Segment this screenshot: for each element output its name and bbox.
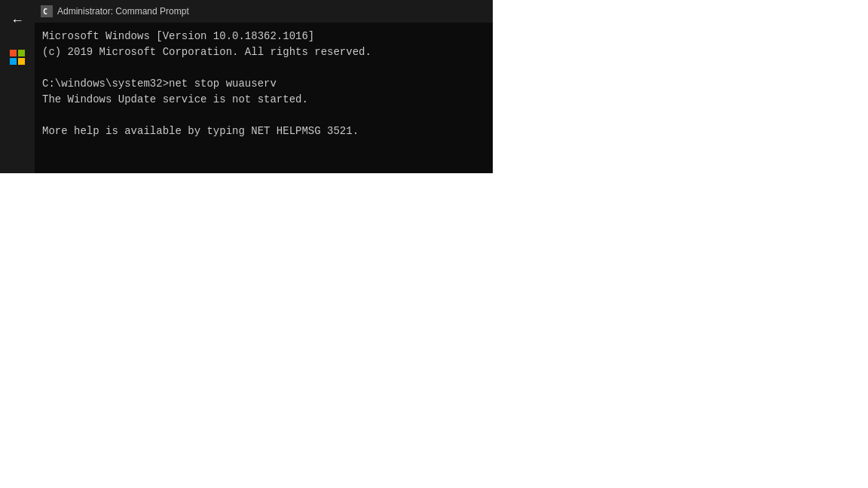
left-sidebar: ←: [0, 0, 35, 173]
command-prompt-window: C Administrator: Command Prompt Microsof…: [35, 0, 493, 173]
windows-logo-green: [18, 50, 25, 56]
title-bar[interactable]: C Administrator: Command Prompt: [35, 0, 493, 23]
terminal-line-2: (c) 2019 Microsoft Corporation. All righ…: [42, 44, 485, 60]
cmd-icon: C: [41, 5, 53, 17]
title-bar-text: Administrator: Command Prompt: [57, 6, 189, 17]
terminal-line-4: The Windows Update service is not starte…: [42, 92, 485, 108]
terminal-blank-2: [42, 108, 485, 124]
windows-logo: [10, 50, 25, 65]
svg-text:C: C: [43, 8, 47, 16]
page-background: ← C Administrator: Command Prompt Micros…: [0, 0, 868, 488]
windows-logo-yellow: [18, 58, 25, 65]
terminal-line-5: More help is available by typing NET HEL…: [42, 124, 485, 139]
windows-logo-red: [10, 50, 17, 56]
back-arrow-button[interactable]: ←: [6, 9, 29, 32]
terminal-blank-1: [42, 60, 485, 76]
cmd-icon-svg: C: [41, 6, 52, 17]
windows-logo-blue: [10, 58, 17, 65]
terminal-line-1: Microsoft Windows [Version 10.0.18362.10…: [42, 29, 485, 44]
terminal-content[interactable]: Microsoft Windows [Version 10.0.18362.10…: [35, 23, 493, 173]
terminal-line-3: C:\windows\system32>net stop wuauserv: [42, 76, 485, 92]
back-arrow-icon: ←: [11, 13, 24, 29]
